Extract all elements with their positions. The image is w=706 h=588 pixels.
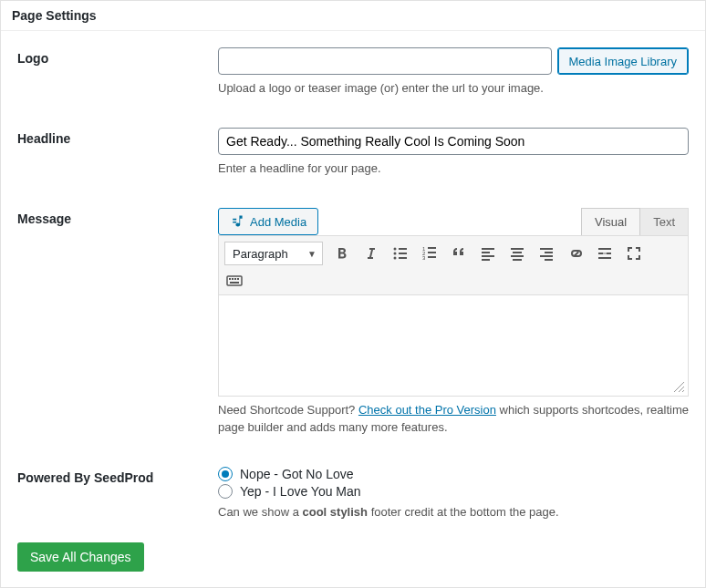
svg-point-0	[394, 248, 397, 251]
radio-icon	[218, 484, 233, 499]
svg-rect-28	[598, 257, 611, 259]
radio-label: Yep - I Love You Man	[240, 484, 361, 499]
powered-desc-bold: cool stylish	[303, 505, 369, 519]
italic-button[interactable]	[361, 243, 381, 263]
svg-rect-13	[482, 252, 490, 253]
svg-rect-33	[237, 278, 239, 280]
svg-rect-20	[540, 248, 553, 250]
message-desc: Need Shortcode Support? Check out the Pr…	[218, 402, 689, 435]
svg-rect-5	[399, 257, 407, 259]
align-center-button[interactable]	[507, 243, 527, 263]
svg-rect-11	[428, 256, 436, 258]
tab-visual[interactable]: Visual	[581, 208, 640, 235]
svg-rect-15	[482, 259, 490, 261]
svg-rect-4	[399, 253, 407, 254]
svg-rect-31	[232, 278, 234, 280]
powered-desc-prefix: Can we show a	[218, 505, 303, 519]
message-desc-prefix: Need Shortcode Support?	[218, 403, 358, 417]
tab-text[interactable]: Text	[640, 208, 689, 235]
message-editor[interactable]	[219, 295, 688, 396]
keyboard-toggle-button[interactable]	[224, 271, 244, 291]
svg-point-2	[394, 257, 397, 260]
field-powered-by: Powered By SeedProd Nope - Got No Love Y…	[17, 467, 689, 521]
field-headline: Headline Enter a headline for your page.	[17, 128, 689, 177]
add-media-label: Add Media	[250, 215, 306, 229]
radio-icon	[218, 467, 233, 481]
bullet-list-button[interactable]	[390, 243, 410, 263]
media-library-button[interactable]: Media Image Library	[557, 47, 690, 75]
label-headline: Headline	[17, 128, 218, 146]
numbered-list-button[interactable]: 123	[420, 243, 440, 263]
powered-desc: Can we show a cool stylish footer credit…	[218, 504, 689, 521]
radio-label: Nope - Got No Love	[240, 467, 354, 481]
align-left-button[interactable]	[478, 243, 498, 263]
svg-rect-22	[540, 255, 553, 257]
svg-rect-27	[607, 253, 611, 254]
link-button[interactable]	[566, 243, 586, 263]
radio-yep[interactable]: Yep - I Love You Man	[218, 484, 689, 499]
field-logo: Logo Media Image Library Upload a logo o…	[17, 47, 689, 97]
headline-desc: Enter a headline for your page.	[218, 160, 689, 177]
powered-desc-suffix: footer credit at the bottom the page.	[368, 505, 559, 519]
fullscreen-button[interactable]	[624, 243, 644, 263]
panel-header: Page Settings	[1, 1, 705, 31]
label-powered-by: Powered By SeedProd	[17, 467, 218, 485]
format-select-label: Paragraph	[233, 247, 288, 261]
radio-nope[interactable]: Nope - Got No Love	[218, 467, 689, 481]
svg-text:3: 3	[422, 255, 426, 261]
svg-rect-24	[598, 248, 611, 250]
music-note-icon	[230, 214, 244, 229]
svg-rect-34	[230, 282, 239, 284]
svg-rect-14	[482, 255, 494, 257]
svg-rect-29	[227, 276, 242, 285]
chevron-down-icon: ▼	[307, 249, 317, 259]
svg-rect-26	[598, 253, 603, 254]
svg-rect-3	[399, 248, 407, 250]
svg-point-1	[394, 253, 397, 255]
field-message: Message Add Media Visual Text	[17, 208, 689, 435]
editor-toolbar: Paragraph ▼ 123	[218, 235, 689, 295]
align-right-button[interactable]	[536, 243, 556, 263]
blockquote-button[interactable]	[449, 243, 469, 263]
read-more-button[interactable]	[595, 243, 615, 263]
headline-input[interactable]	[218, 128, 689, 155]
pro-version-link[interactable]: Check out the Pro Version	[358, 403, 496, 417]
svg-rect-18	[511, 255, 524, 257]
svg-rect-12	[482, 248, 494, 250]
svg-rect-10	[428, 252, 436, 253]
svg-rect-30	[229, 278, 231, 280]
svg-rect-21	[545, 252, 553, 253]
page-settings-panel: Page Settings Logo Media Image Library U…	[0, 0, 706, 588]
label-logo: Logo	[17, 47, 218, 66]
logo-desc: Upload a logo or teaser image (or) enter…	[218, 80, 689, 97]
svg-rect-32	[234, 278, 236, 280]
editor-tabs: Visual Text	[581, 208, 689, 235]
panel-title: Page Settings	[12, 8, 694, 23]
svg-rect-9	[428, 247, 436, 249]
svg-rect-23	[545, 259, 553, 261]
svg-rect-16	[511, 248, 524, 250]
format-select[interactable]: Paragraph ▼	[224, 242, 323, 265]
label-message: Message	[17, 208, 218, 226]
svg-rect-17	[513, 252, 522, 253]
bold-button[interactable]	[332, 243, 352, 263]
logo-url-input[interactable]	[218, 47, 552, 75]
save-all-button[interactable]: Save All Changes	[17, 542, 144, 572]
svg-rect-19	[513, 259, 522, 261]
add-media-button[interactable]: Add Media	[218, 208, 318, 235]
